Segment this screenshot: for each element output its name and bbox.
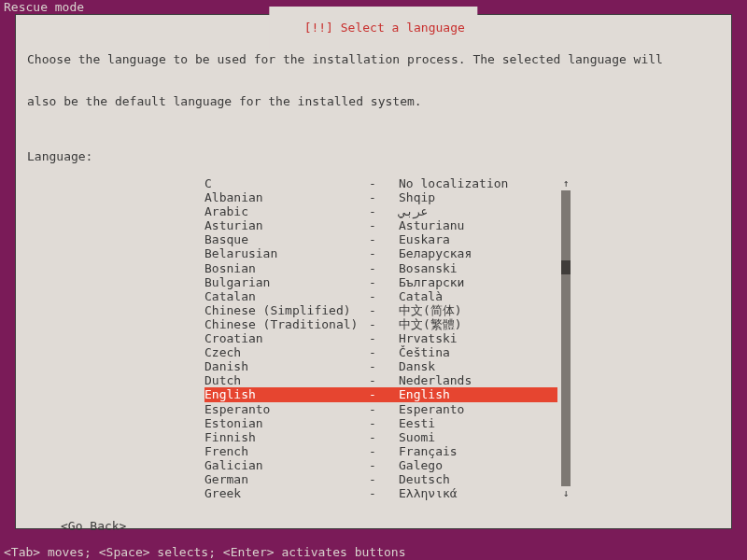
language-option[interactable]: Chinese (Traditional)- 中文(繁體): [204, 317, 557, 331]
language-option[interactable]: Estonian- Eesti: [204, 416, 557, 430]
separator: -: [369, 275, 399, 289]
language-name: Estonian: [204, 416, 369, 430]
language-name: Czech: [204, 345, 369, 359]
language-name: C: [204, 176, 369, 190]
language-native: Беларуская: [399, 246, 557, 260]
language-native: Deutsch: [399, 472, 557, 486]
language-name: German: [204, 472, 369, 486]
language-native: Català: [399, 289, 557, 303]
language-name: Chinese (Traditional): [204, 317, 369, 331]
language-name: Greek: [204, 486, 369, 500]
language-option[interactable]: Esperanto- Esperanto: [204, 402, 557, 416]
language-option[interactable]: Galician- Galego: [204, 458, 557, 472]
scroll-up-icon[interactable]: ↑: [561, 176, 571, 190]
language-native: 中文(繁體): [399, 317, 557, 331]
language-name: Asturian: [204, 218, 369, 232]
language-native: English: [399, 387, 557, 401]
language-name: English: [204, 387, 369, 401]
description-line: Choose the language to be used for the i…: [27, 52, 720, 66]
language-option[interactable]: Arabic- عربي: [204, 204, 557, 218]
language-native: Eesti: [399, 416, 557, 430]
language-option[interactable]: Czech- Čeština: [204, 345, 557, 359]
language-name: Arabic: [204, 204, 369, 218]
separator: -: [369, 458, 399, 472]
language-option[interactable]: Danish- Dansk: [204, 359, 557, 373]
footer-help: <Tab> moves; <Space> selects; <Enter> ac…: [0, 545, 747, 560]
separator: -: [369, 486, 399, 500]
language-native: Bosanski: [399, 261, 557, 275]
separator: -: [369, 317, 399, 331]
language-option[interactable]: Asturian- Asturianu: [204, 218, 557, 232]
language-name: Danish: [204, 359, 369, 373]
language-native: Asturianu: [399, 218, 557, 232]
language-name: Galician: [204, 458, 369, 472]
separator: -: [369, 331, 399, 345]
go-back-button[interactable]: <Go Back>: [61, 519, 126, 533]
scroll-thumb[interactable]: [561, 260, 571, 274]
language-option[interactable]: German- Deutsch: [204, 472, 557, 486]
description-line: also be the default language for the ins…: [27, 94, 720, 108]
language-native: Esperanto: [399, 402, 557, 416]
language-native: Nederlands: [399, 373, 557, 387]
language-name: Bulgarian: [204, 275, 369, 289]
separator: -: [369, 373, 399, 387]
language-list: C- No localizationAlbanian- ShqipArabic-…: [204, 176, 557, 500]
language-native: No localization: [399, 176, 557, 190]
language-native: Hrvatski: [399, 331, 557, 345]
scroll-down-icon[interactable]: ↓: [561, 486, 571, 500]
language-option[interactable]: Dutch- Nederlands: [204, 373, 557, 387]
language-name: Catalan: [204, 289, 369, 303]
language-field-label: Language:: [27, 149, 720, 163]
separator: -: [369, 387, 399, 401]
language-native: Shqip: [399, 190, 557, 204]
title-alert-prefix: [!!]: [304, 21, 341, 35]
language-name: Finnish: [204, 430, 369, 444]
language-option[interactable]: Greek- Ελληνικά: [204, 486, 557, 500]
separator: -: [369, 261, 399, 275]
language-option[interactable]: C- No localization: [204, 176, 557, 190]
language-option[interactable]: Chinese (Simplified)- 中文(简体): [204, 303, 557, 317]
language-name: Dutch: [204, 373, 369, 387]
language-native: Suomi: [399, 430, 557, 444]
language-option[interactable]: Albanian- Shqip: [204, 190, 557, 204]
language-dialog: [!!] Select a language Choose the langua…: [15, 14, 732, 529]
language-option[interactable]: Belarusian- Беларуская: [204, 246, 557, 260]
language-option[interactable]: Basque- Euskara: [204, 232, 557, 246]
scrollbar[interactable]: ↑ ↓: [561, 176, 571, 500]
language-name: Chinese (Simplified): [204, 303, 369, 317]
language-name: Croatian: [204, 331, 369, 345]
language-name: Albanian: [204, 190, 369, 204]
language-native: Galego: [399, 458, 557, 472]
language-option[interactable]: Bulgarian- Български: [204, 275, 557, 289]
language-native: عربي: [399, 204, 557, 218]
language-native: Dansk: [399, 359, 557, 373]
separator: -: [369, 303, 399, 317]
language-native: Euskara: [399, 232, 557, 246]
dialog-title: [!!] Select a language: [269, 7, 477, 49]
separator: -: [369, 359, 399, 373]
language-option[interactable]: French- Français: [204, 444, 557, 458]
title-text: Select a language: [341, 21, 465, 35]
language-name: Basque: [204, 232, 369, 246]
language-name: Belarusian: [204, 246, 369, 260]
language-option[interactable]: Catalan- Català: [204, 289, 557, 303]
language-native: Български: [399, 275, 557, 289]
separator: -: [369, 345, 399, 359]
separator: -: [369, 218, 399, 232]
language-option[interactable]: Croatian- Hrvatski: [204, 331, 557, 345]
language-native: Čeština: [399, 345, 557, 359]
separator: -: [369, 289, 399, 303]
language-option[interactable]: Finnish- Suomi: [204, 430, 557, 444]
language-name: French: [204, 444, 369, 458]
separator: -: [369, 232, 399, 246]
language-option[interactable]: Bosnian- Bosanski: [204, 261, 557, 275]
separator: -: [369, 190, 399, 204]
separator: -: [369, 430, 399, 444]
language-option[interactable]: English- English: [204, 387, 557, 401]
language-native: 中文(简体): [399, 303, 557, 317]
separator: -: [369, 246, 399, 260]
language-name: Bosnian: [204, 261, 369, 275]
separator: -: [369, 472, 399, 486]
language-name: Esperanto: [204, 402, 369, 416]
separator: -: [369, 416, 399, 430]
